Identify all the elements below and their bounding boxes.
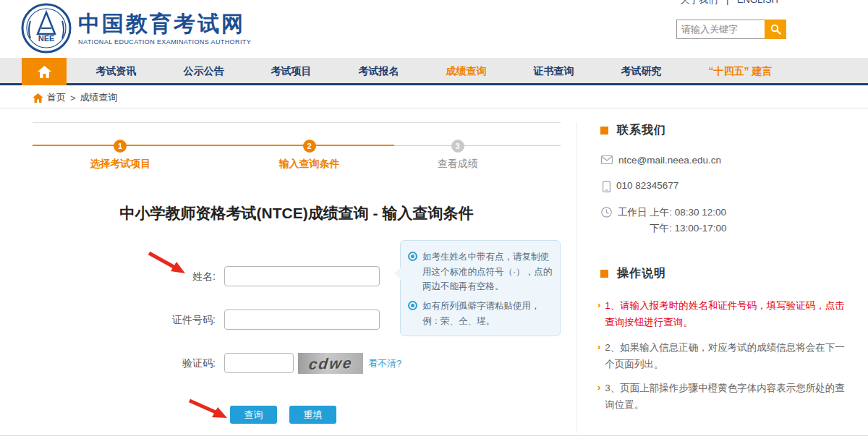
nav-item-exam-programs[interactable]: 考试项目 <box>271 65 312 78</box>
clock-icon <box>601 207 612 218</box>
breadcrumb-home-icon <box>33 93 43 103</box>
svg-text:NEE: NEE <box>38 34 55 43</box>
page-bottom-divider <box>0 435 868 436</box>
search-button[interactable] <box>765 20 786 39</box>
main-sidebar-divider <box>576 122 577 433</box>
step-3-label: 查看成绩 <box>438 158 478 171</box>
instruction-item-1: › 1、请输入报考时的姓名和证件号码，填写验证码，点击查询按钮进行查询。 <box>597 298 852 331</box>
section-bullet-icon <box>600 127 608 135</box>
step-1-badge: 1 <box>114 140 127 153</box>
nav-item-score-query[interactable]: 成绩查询 <box>446 65 487 78</box>
step-3-view-scores: 3 查看成绩 <box>438 139 478 171</box>
instruction-text-2: 2、如果输入信息正确，对应考试的成绩信息将会在下一个页面列出。 <box>605 340 852 373</box>
nav-item-exam-research[interactable]: 考试研究 <box>621 65 662 78</box>
neea-emblem-icon: NEE <box>20 2 72 54</box>
nav-item-announcements[interactable]: 公示公告 <box>184 65 224 78</box>
main-nav: 考试资讯 公示公告 考试项目 考试报名 成绩查询 证书查询 考试研究 “十四五”… <box>0 58 868 85</box>
site-subtitle: NATIONAL EDUCATION EXAMINATIONS AUTHORIT… <box>78 38 251 46</box>
instruction-arrow-icon: › <box>597 340 600 373</box>
nav-item-exam-news[interactable]: 考试资讯 <box>96 65 137 78</box>
tooltip-bullet-icon <box>408 252 417 261</box>
english-link[interactable]: ENGLISH <box>737 0 778 5</box>
nav-items: 考试资讯 公示公告 考试项目 考试报名 成绩查询 证书查询 考试研究 “十四五”… <box>72 58 796 85</box>
step-1-label: 选择考试项目 <box>90 158 150 171</box>
nav-item-certificate-query[interactable]: 证书查询 <box>534 65 574 78</box>
name-hint-tooltip: 如考生姓名中带有点，请复制使用这个标准的点符号（·），点的两边不能再有空格。 如… <box>400 240 561 336</box>
step-2-badge: 2 <box>303 140 316 153</box>
id-number-input[interactable] <box>224 309 380 330</box>
step-progress-line <box>33 145 394 146</box>
progress-steps: 1 选择考试项目 2 输入查询条件 3 查看成绩 <box>33 139 561 174</box>
captcha-text: cdwe <box>307 354 353 372</box>
breadcrumb: 首页 > 成绩查询 <box>0 87 868 108</box>
nav-item-exam-registration[interactable]: 考试报名 <box>359 65 399 78</box>
site-title: 中国教育考试网 <box>78 12 251 36</box>
breadcrumb-separator: > <box>70 93 76 103</box>
instruction-arrow-icon: › <box>597 380 600 414</box>
step-2-label: 输入查询条件 <box>279 158 340 171</box>
instruction-item-3: › 3、页面上部操作步骤中橙黄色字体内容表示您所处的查询位置。 <box>597 380 852 414</box>
home-icon <box>38 66 51 78</box>
captcha-image[interactable]: cdwe <box>298 353 363 374</box>
step-1-select-exam: 1 选择考试项目 <box>90 139 150 171</box>
query-button[interactable]: 查询 <box>230 406 277 424</box>
tooltip-item-2: 如有所列孤僻字请粘贴使用，例：荣、仝、瑆。 <box>422 299 553 328</box>
section-bullet-icon <box>600 270 608 278</box>
captcha-input[interactable] <box>224 353 294 373</box>
instructions-header: 操作说明 <box>600 266 666 281</box>
contact-us-title: 联系我们 <box>617 123 666 138</box>
email-icon <box>601 155 613 164</box>
captcha-refresh-link[interactable]: 看不清? <box>368 357 401 370</box>
site-logo[interactable]: NEE 中国教育考试网 NATIONAL EDUCATION EXAMINATI… <box>20 2 251 54</box>
search-icon <box>770 24 781 35</box>
page-title: 中小学教师资格考试(NTCE)成绩查询 - 输入查询条件 <box>33 203 561 223</box>
instruction-item-2: › 2、如果输入信息正确，对应考试的成绩信息将会在下一个页面列出。 <box>597 340 852 373</box>
contact-hours-line2: 下午: 13:00-17:00 <box>618 222 727 235</box>
search-box <box>676 20 786 39</box>
contact-hours-line1: 工作日 上午: 08:30 12:00 <box>618 207 726 218</box>
contact-email-row: ntce@mail.neea.edu.cn <box>601 155 721 166</box>
instruction-text-3: 3、页面上部操作步骤中橙黄色字体内容表示您所处的查询位置。 <box>605 380 852 414</box>
step-3-badge: 3 <box>451 140 464 153</box>
tooltip-bullet-icon <box>408 301 417 310</box>
instruction-arrow-icon: › <box>597 298 600 331</box>
step-2-enter-criteria: 2 输入查询条件 <box>279 139 340 171</box>
header: NEE 中国教育考试网 NATIONAL EDUCATION EXAMINATI… <box>0 0 868 58</box>
name-input[interactable] <box>224 266 380 286</box>
logo-text: 中国教育考试网 NATIONAL EDUCATION EXAMINATIONS … <box>78 12 251 46</box>
page: NEE 中国教育考试网 NATIONAL EDUCATION EXAMINATI… <box>0 0 868 444</box>
name-label: 姓名: <box>109 266 216 286</box>
contact-phone-row: 010 82345677 <box>603 180 678 192</box>
search-input[interactable] <box>676 20 765 39</box>
breadcrumb-current: 成绩查询 <box>80 91 118 104</box>
instructions-title: 操作说明 <box>617 266 666 281</box>
id-number-label: 证件号码: <box>109 309 216 330</box>
captcha-label: 验证码: <box>109 353 216 373</box>
content-top-divider <box>33 122 561 123</box>
reset-button[interactable]: 重填 <box>289 406 336 424</box>
instruction-text-1: 1、请输入报考时的姓名和证件号码，填写验证码，点击查询按钮进行查询。 <box>605 298 852 331</box>
nav-item-14-5-suggestions[interactable]: “十四五” 建言 <box>709 65 773 78</box>
contact-hours: 工作日 上午: 08:30 12:00 下午: 13:00-17:00 <box>618 206 727 235</box>
top-links: 关于我们 | ENGLISH <box>677 0 781 7</box>
contact-phone: 010 82345677 <box>616 180 678 191</box>
red-arrow-annotation-query-button <box>187 396 231 424</box>
contact-email: ntce@mail.neea.edu.cn <box>618 155 721 166</box>
contact-hours-row: 工作日 上午: 08:30 12:00 下午: 13:00-17:00 <box>601 206 727 235</box>
breadcrumb-home[interactable]: 首页 <box>47 91 66 104</box>
nav-home-tab[interactable] <box>22 58 67 85</box>
contact-us-header: 联系我们 <box>600 123 666 138</box>
phone-icon <box>603 181 610 192</box>
top-links-divider: | <box>726 0 728 5</box>
about-us-link[interactable]: 关于我们 <box>680 0 718 5</box>
tooltip-item-1: 如考生姓名中带有点，请复制使用这个标准的点符号（·），点的两边不能再有空格。 <box>422 249 553 294</box>
